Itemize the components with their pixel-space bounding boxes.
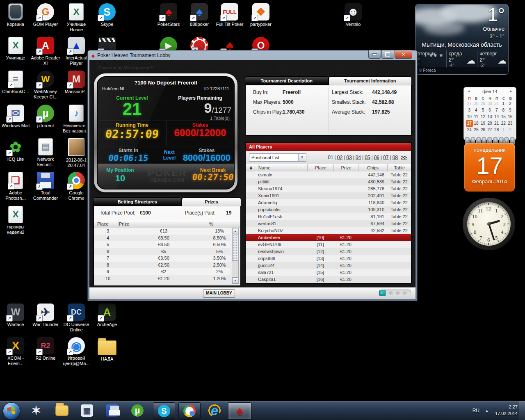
prize-row[interactable]: 8€2.502.50%	[94, 262, 231, 269]
table-row-Artameliq[interactable]: Artameliq118,840Table 22	[246, 199, 411, 206]
calendar-day[interactable]: 27	[466, 100, 473, 107]
prize-row[interactable]: 5€6.506.50%	[94, 241, 231, 248]
calendar-day[interactable]: 4	[473, 107, 480, 114]
calendar-day[interactable]: 21	[493, 120, 500, 127]
table-row-sala721[interactable]: sala721[15]€1.20	[246, 269, 411, 276]
calendar-day[interactable]: 31	[493, 100, 500, 107]
desktop-icon--torrent[interactable]: µ↗µTorrent	[30, 105, 61, 128]
utorrent-icon[interactable]: µ	[131, 402, 144, 419]
poker-heaven-taskbar-button[interactable]: ♠	[228, 402, 251, 420]
calendar-day[interactable]: 1	[500, 100, 507, 107]
table-row-Caspita1[interactable]: Caspita1[16]€1.20	[246, 276, 411, 283]
calendar-gadget[interactable]: ◄ фев 14 ► ПВСЧПСВ 272829303112345678910…	[463, 87, 516, 140]
desktop-icon-webmoney-keeper-cl-[interactable]: W↗WebMoney Keeper Cl...	[30, 71, 61, 100]
chrome-taskbar-button[interactable]	[178, 402, 201, 420]
calendar-day[interactable]: 23	[507, 120, 514, 127]
calendar-day[interactable]: 13	[486, 114, 493, 120]
prize-row[interactable]: 6€55%	[94, 248, 231, 255]
prize-row[interactable]: 4€8.508.50%	[94, 235, 231, 242]
table-row-pittiitit[interactable]: pittiitit430,539Table 22	[246, 178, 411, 185]
desktop-icon-нада[interactable]: НАДА	[91, 337, 123, 362]
desktop-icon-war-thunder[interactable]: ✈↗War Thunder	[30, 304, 61, 327]
desktop-icon-chmbookc-[interactable]: ≡↗ChmBookC...	[0, 71, 31, 94]
page-link-07[interactable]: 07	[383, 155, 388, 160]
calendar-day[interactable]: 15	[500, 114, 507, 120]
calendar-day[interactable]: 2	[507, 100, 514, 107]
tab-betting-structures[interactable]: Betting Structures	[93, 197, 182, 206]
calendar-day[interactable]: 25	[473, 127, 480, 133]
col-table[interactable]: Table	[387, 164, 411, 171]
calendar-day[interactable]: 28	[493, 127, 500, 133]
tray-expand-arrow[interactable]: ▲	[485, 409, 488, 413]
table-row-evGENI709[interactable]: evGENI709[11]€1.20	[246, 241, 411, 248]
calendar-day[interactable]: 30	[486, 100, 493, 107]
calendar-day[interactable]: 3	[466, 107, 473, 114]
table-row-guccii24[interactable]: guccii24[14]€1.20	[246, 262, 411, 269]
page-link-06[interactable]: 06	[374, 155, 379, 160]
calendar-day[interactable]: 27	[486, 127, 493, 133]
desktop-icon-adobe-photosh-[interactable]: ❏↗Adobe Photosh...	[0, 172, 31, 201]
minimize-button[interactable]	[368, 50, 381, 59]
desktop-icon-888poker[interactable]: ♠↗888poker	[184, 3, 215, 27]
table-row-wertas81[interactable]: wertas8167,594Table 22	[246, 220, 411, 227]
calendar-tearoff-page[interactable]: понедельник 17 Февраль 2014	[464, 143, 515, 192]
calendar-next-arrow[interactable]: ►	[509, 89, 513, 93]
calendar-day-selected[interactable]: 17	[466, 120, 473, 127]
weather-gadget[interactable]: 1° Облачно 3° - 1° Мытищи, Московская об…	[415, 4, 509, 75]
calendar-day[interactable]: 1	[500, 127, 507, 133]
clock-gadget[interactable]: 123456789101112	[463, 198, 515, 250]
internet-explorer-icon[interactable]: e	[204, 402, 225, 419]
calendar-day[interactable]: 28	[473, 100, 480, 107]
main-lobby-button[interactable]: MAIN LOBBY	[203, 289, 235, 298]
prize-row[interactable]: 3€1313%	[94, 228, 231, 235]
calendar-day[interactable]: 18	[473, 120, 480, 127]
page-link-01[interactable]: 01	[328, 155, 333, 160]
table-row-csmalx[interactable]: csmalx442,148Table 22	[246, 171, 411, 178]
desktop-icon-xcom-enem-[interactable]: X↗XCOM - Enem...	[0, 337, 31, 366]
desktop-icon-windows-mail[interactable]: ✉↗Windows Mail	[0, 105, 31, 128]
desktop-icon-gom-player[interactable]: G↗GOM Player	[30, 3, 61, 27]
page-link-02[interactable]: 02	[337, 155, 342, 160]
page-link-08[interactable]: 08	[393, 155, 398, 160]
tray-clock[interactable]: 2:27 17.02.2014	[495, 404, 518, 417]
page-link-05[interactable]: 05	[365, 155, 370, 160]
war-thunder-star-icon[interactable]: ✶	[29, 402, 43, 419]
desktop-icon-partypoker[interactable]: ❖↗partypoker	[245, 3, 276, 27]
desktop-icon-турниры-недели2[interactable]: Xтурниры недели2	[0, 206, 31, 235]
table-row-oops888[interactable]: oops888[13]€1.20	[246, 255, 411, 262]
calendar-day[interactable]: 11	[473, 114, 480, 120]
tab-tournament-information[interactable]: Tournament Information	[329, 76, 412, 85]
scroll-up-arrow[interactable]: ▲	[232, 228, 238, 234]
calendar-day[interactable]: 2	[507, 127, 514, 133]
desktop-icon-icq-lite[interactable]: ✿↗ICQ Lite	[0, 138, 31, 162]
calendar-day[interactable]: 22	[500, 120, 507, 127]
calendar-day[interactable]: 14	[493, 114, 500, 120]
table-row-Steaua1974[interactable]: Steaua1974285,776Table 22	[246, 185, 411, 192]
desktop-icon-network-securit-[interactable]: ▤Network Securit...	[30, 138, 61, 167]
col-prize[interactable]: Prize	[119, 220, 209, 228]
desktop-icon-adobe-reader-xi[interactable]: A↗Adobe Reader XI	[30, 37, 61, 66]
prizes-scrollbar[interactable]: ▲ ▼	[232, 228, 239, 284]
desktop-icon-ventrilo[interactable]: ☻↗Ventrilo	[338, 3, 369, 27]
calendar-day[interactable]: 5	[479, 107, 486, 114]
calendar-day[interactable]: 16	[507, 114, 514, 120]
desktop-icon-игровой-центр-ma-[interactable]: ◉↗Игровой центр@Ma...	[61, 337, 92, 366]
col-prize[interactable]: Prize	[333, 164, 358, 171]
tab-prizes[interactable]: Prizes	[182, 197, 241, 206]
col-percent[interactable]: %	[209, 220, 231, 228]
page-link-next[interactable]: >>	[401, 155, 407, 160]
calendar-day[interactable]: 7	[493, 107, 500, 114]
explorer-folder-icon[interactable]	[54, 402, 70, 419]
total-commander-icon[interactable]	[105, 402, 119, 419]
desktop-icon-archeage[interactable]: A↗ArcheAge	[91, 304, 123, 327]
prize-row[interactable]: 7€3.503.50%	[94, 255, 231, 262]
desktop-icon-училище[interactable]: XУчилище	[0, 37, 31, 61]
calendar-day[interactable]: 20	[486, 120, 493, 127]
prize-row[interactable]: 9€22%	[94, 268, 231, 275]
scroll-down-arrow[interactable]: ▼	[232, 277, 238, 283]
skype-taskbar-button[interactable]: S	[153, 402, 175, 420]
col-place[interactable]: Place	[97, 220, 119, 228]
calendar-day[interactable]: 6	[486, 107, 493, 114]
dropdown-arrow-icon[interactable]: ▼	[298, 154, 306, 161]
calendar-day[interactable]: 10	[466, 114, 473, 120]
